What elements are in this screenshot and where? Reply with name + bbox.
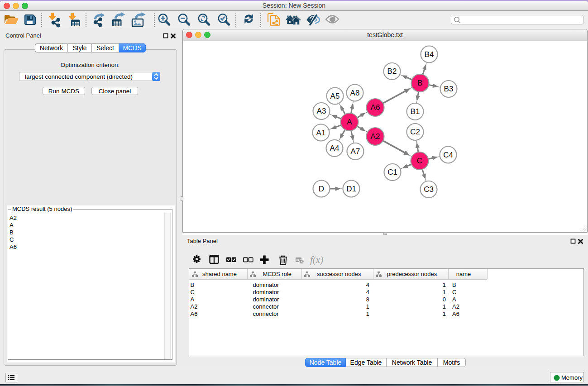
svg-text:A1: A1 <box>316 129 326 137</box>
svg-text:B3: B3 <box>444 85 454 93</box>
svg-text:B1: B1 <box>411 107 420 116</box>
svg-text:C4: C4 <box>443 151 453 159</box>
svg-text:A5: A5 <box>330 92 340 100</box>
svg-text:B4: B4 <box>425 50 434 59</box>
svg-text:A7: A7 <box>351 147 360 156</box>
svg-text:B: B <box>417 79 422 87</box>
svg-text:C3: C3 <box>424 185 434 194</box>
svg-text:D: D <box>319 185 324 193</box>
svg-text:C2: C2 <box>410 128 420 136</box>
svg-text:A: A <box>347 118 352 126</box>
svg-text:A8: A8 <box>350 89 360 97</box>
svg-text:C1: C1 <box>387 168 397 176</box>
svg-text:A2: A2 <box>371 132 380 141</box>
svg-text:A4: A4 <box>330 144 339 152</box>
svg-text:A6: A6 <box>371 103 380 112</box>
svg-text:B2: B2 <box>387 67 397 76</box>
svg-text:f(x): f(x) <box>310 254 323 265</box>
svg-text:D1: D1 <box>346 185 356 193</box>
svg-text:A3: A3 <box>317 107 326 115</box>
svg-text:C: C <box>417 157 422 165</box>
